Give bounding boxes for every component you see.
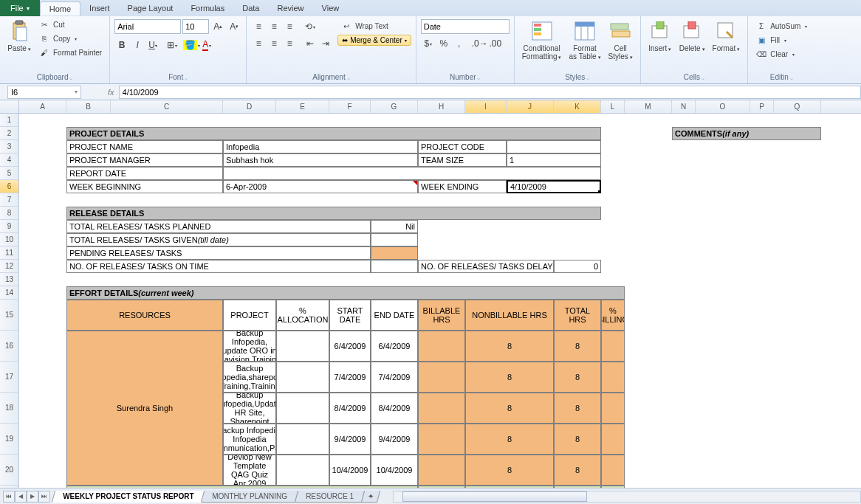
effort-total-3[interactable]: 8 <box>554 424 601 455</box>
total-planned-label[interactable]: TOTAL RELEASES/ TASKS PLANNED <box>66 220 371 233</box>
prev-sheet-button[interactable]: ◀ <box>15 491 27 503</box>
font-name-select[interactable] <box>114 19 181 34</box>
fx-icon[interactable]: fx <box>108 88 114 97</box>
resource-name[interactable]: Surendra Singh <box>66 331 223 486</box>
sheet-tab-weekly[interactable]: WEEKLY PROJECT STATUS REPORT <box>52 491 205 503</box>
scroll-thumb[interactable] <box>402 491 587 502</box>
on-time-value[interactable] <box>371 260 418 273</box>
file-tab[interactable]: File <box>0 0 40 16</box>
effort-nonbill-0[interactable]: 8 <box>465 331 554 362</box>
total-nonbill[interactable]: 40.00 <box>465 486 554 488</box>
merge-center-button[interactable]: ⬌Merge & Center▾ <box>337 35 411 46</box>
insert-cells-button[interactable]: Insert <box>645 18 675 55</box>
release-details-header[interactable]: RELEASE DETAILS <box>66 207 601 220</box>
formula-input[interactable] <box>119 86 861 99</box>
grow-font-button[interactable]: A▴ <box>210 19 225 34</box>
total-header[interactable]: TOTAL HRS <box>554 300 601 331</box>
col-header-N[interactable]: N <box>672 100 696 113</box>
sheet-tab-monthly[interactable]: MONTHLY PLANNING <box>201 491 298 503</box>
total-billable[interactable] <box>418 486 465 488</box>
effort-billable-4[interactable] <box>418 455 465 486</box>
sheet-tab-resource1[interactable]: RESOURCE 1 <box>295 491 365 503</box>
italic-button[interactable]: I <box>130 38 145 52</box>
project-details-header[interactable]: PROJECT DETAILS <box>66 127 601 140</box>
team-size-value[interactable]: 1 <box>507 153 601 167</box>
effort-billable-1[interactable] <box>418 362 465 393</box>
last-sheet-button[interactable]: ⏭ <box>38 491 50 503</box>
effort-start-1[interactable]: 7/4/2009 <box>329 362 371 393</box>
effort-billable-2[interactable] <box>418 393 465 424</box>
tab-data[interactable]: Data <box>233 1 268 15</box>
total-given-value[interactable] <box>371 233 418 246</box>
effort-project-0[interactable]: Backup Infopedia, update ORO in Navision… <box>223 331 276 362</box>
effort-project-3[interactable]: Backup Infopedia, Infopedia Communicatio… <box>223 424 276 455</box>
col-header-G[interactable]: G <box>371 100 418 113</box>
effort-end-1[interactable]: 7/4/2009 <box>371 362 418 393</box>
format-as-table-button[interactable]: Format as Table <box>566 18 603 63</box>
effort-nonbill-1[interactable]: 8 <box>465 362 554 393</box>
name-box[interactable]: I6 <box>7 86 81 99</box>
row-header-9[interactable]: 9 <box>0 220 19 233</box>
col-header-A[interactable]: A <box>19 100 66 113</box>
align-bottom-button[interactable]: ≡ <box>282 19 297 34</box>
increase-indent-button[interactable]: ⇥ <box>318 36 333 51</box>
font-color-button[interactable]: A <box>199 38 214 52</box>
percent-button[interactable]: % <box>436 36 451 51</box>
effort-start-4[interactable]: 10/4/2009 <box>329 455 371 486</box>
row-header-6[interactable]: 6 <box>0 180 19 193</box>
col-header-O[interactable]: O <box>696 100 750 113</box>
delete-cells-button[interactable]: Delete <box>676 18 708 55</box>
tab-formulas[interactable]: Formulas <box>182 1 233 15</box>
project-code-value[interactable] <box>507 140 601 153</box>
decrease-indent-button[interactable]: ⇤ <box>303 36 318 51</box>
orientation-button[interactable]: ⟲ <box>303 19 318 34</box>
total-planned-value[interactable]: Nil <box>371 220 418 233</box>
effort-start-2[interactable]: 8/4/2009 <box>329 393 371 424</box>
effort-end-2[interactable]: 8/4/2009 <box>371 393 418 424</box>
nonbillable-header[interactable]: NONBILLABLE HRS <box>465 300 554 331</box>
format-painter-button[interactable]: 🖌Format Painter <box>35 46 105 59</box>
tab-view[interactable]: View <box>313 1 349 15</box>
project-manager-value[interactable]: Subhash hok <box>223 153 418 167</box>
total-total[interactable]: 40.00 <box>554 486 601 488</box>
row-header-12[interactable]: 12 <box>0 260 19 273</box>
comma-button[interactable]: , <box>452 36 467 51</box>
delayed-value[interactable]: 0 <box>554 260 601 273</box>
billable-header[interactable]: BILLABLE HRS <box>418 300 465 331</box>
col-header-P[interactable]: P <box>750 100 774 113</box>
on-time-label[interactable]: NO. OF RELEASES/ TASKS ON TIME <box>66 260 371 273</box>
increase-decimal-button[interactable]: .0→ <box>473 36 487 51</box>
project-code-label[interactable]: PROJECT CODE <box>418 140 507 153</box>
align-right-button[interactable]: ≡ <box>282 36 297 51</box>
new-sheet-button[interactable]: ✦ <box>361 491 380 503</box>
effort-total-1[interactable]: 8 <box>554 362 601 393</box>
accounting-format-button[interactable]: $ <box>421 36 436 51</box>
row-header-11[interactable]: 11 <box>0 246 19 260</box>
row-header-19[interactable]: 19 <box>0 424 19 455</box>
week-beginning-value[interactable]: 6-Apr-2009 <box>223 180 418 193</box>
col-header-K[interactable]: K <box>554 100 601 113</box>
shrink-font-button[interactable]: A▾ <box>227 19 241 34</box>
effort-project-2[interactable]: Backup Infopedia,Update HR Site, Sharepo… <box>223 393 276 424</box>
autosum-button[interactable]: ΣAutoSum▾ <box>752 19 810 32</box>
effort-pct-2[interactable] <box>601 393 625 424</box>
row-header-5[interactable]: 5 <box>0 167 19 180</box>
fill-color-button[interactable]: 🪣 <box>184 38 199 52</box>
pending-value[interactable] <box>371 246 418 260</box>
horizontal-scrollbar[interactable] <box>393 491 861 503</box>
project-name-label[interactable]: PROJECT NAME <box>66 140 223 153</box>
project-name-value[interactable]: Infopedia <box>223 140 418 153</box>
effort-pct-1[interactable] <box>601 362 625 393</box>
select-all-corner[interactable] <box>0 100 19 113</box>
bold-button[interactable]: B <box>114 38 129 52</box>
col-header-D[interactable]: D <box>223 100 276 113</box>
effort-alloc-4[interactable] <box>276 455 329 486</box>
resources-header[interactable]: RESOURCES <box>66 300 223 331</box>
effort-nonbill-4[interactable]: 8 <box>465 455 554 486</box>
decrease-decimal-button[interactable]: .00 <box>488 36 503 51</box>
col-header-L[interactable]: L <box>601 100 625 113</box>
cells-area[interactable]: PROJECT DETAILSPROJECT NAMEInfopediaPROJ… <box>19 114 861 488</box>
effort-alloc-2[interactable] <box>276 393 329 424</box>
effort-end-4[interactable]: 10/4/2009 <box>371 455 418 486</box>
effort-pct-0[interactable] <box>601 331 625 362</box>
